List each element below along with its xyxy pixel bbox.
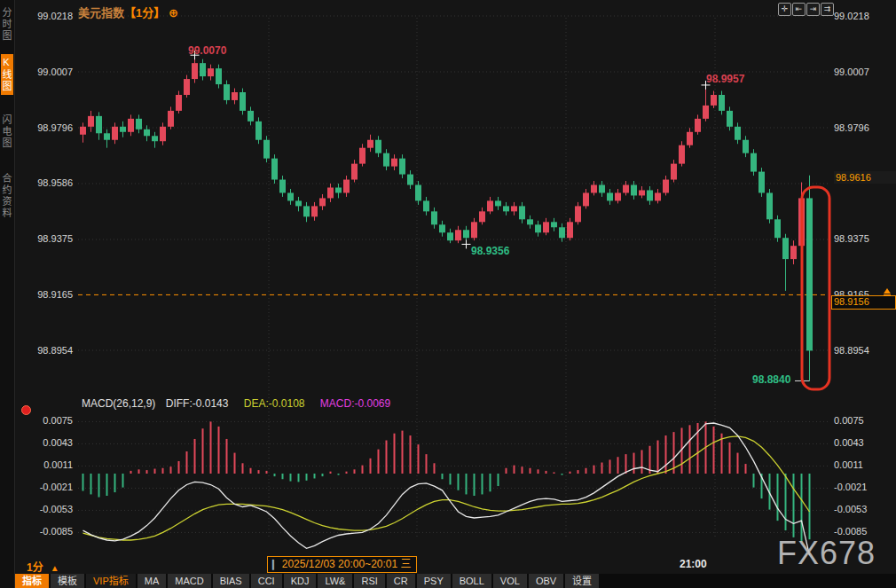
candle-body <box>112 127 118 140</box>
macd-axis-label: 0.0075 <box>834 415 892 426</box>
tab-cci[interactable]: CCI <box>251 574 282 588</box>
candle-body <box>240 92 246 111</box>
candle-body <box>176 95 182 111</box>
crosshair-icon[interactable]: ✛ <box>778 3 791 16</box>
macd-axis-label: 0.0043 <box>834 437 892 448</box>
alert-dot-icon <box>21 405 31 415</box>
candle-body <box>279 180 286 193</box>
candle-body <box>447 232 453 240</box>
candle-body <box>255 122 262 140</box>
y-axis-label: 99.0218 <box>834 11 892 21</box>
candle-body <box>232 92 238 100</box>
candle-body <box>679 145 685 164</box>
candle-body <box>655 192 661 200</box>
candle-body <box>551 222 557 227</box>
candle-body <box>774 219 781 238</box>
sidebar-item-kline-chart[interactable]: K线图 <box>1 54 13 95</box>
candle-body <box>607 192 613 200</box>
annotation-high: 99.0070 <box>188 44 226 57</box>
candle-body <box>80 127 86 135</box>
candle-body <box>216 68 222 84</box>
tab-obv[interactable]: OBV <box>529 574 563 588</box>
candle-body <box>703 106 709 119</box>
chart-canvas <box>0 0 896 588</box>
candle-body <box>766 192 773 219</box>
scale-y-icon[interactable]: ⇤ <box>792 3 806 16</box>
candle-body <box>439 224 445 232</box>
candle-body <box>128 119 134 132</box>
macd-axis-label: -0.0021 <box>834 482 892 492</box>
candle-body <box>671 164 677 180</box>
candle-body <box>144 129 150 136</box>
candle-body <box>727 111 733 127</box>
tab-vip-indicator[interactable]: VIP指标 <box>86 574 136 588</box>
candle-body <box>543 222 549 232</box>
macd-indicator-header: MACD(26,12,9) DIFF:-0.0143 DEA:-0.0108 M… <box>82 397 390 410</box>
candle-body <box>184 79 190 95</box>
sidebar-item-time-chart[interactable]: 分时图 <box>1 4 13 44</box>
candle-body <box>567 222 573 238</box>
candle-body <box>104 133 110 139</box>
candle-body <box>591 185 597 193</box>
pan-right-icon[interactable]: ⇉ <box>821 3 834 16</box>
candle-body <box>160 127 166 141</box>
sidebar-item-flash-chart[interactable]: 闪电图 <box>1 112 13 152</box>
candle-body <box>503 206 509 211</box>
candle-body <box>335 187 342 192</box>
candle-body <box>455 230 461 240</box>
diff-line <box>83 423 810 555</box>
tab-macd[interactable]: MACD <box>168 574 210 588</box>
candle-body <box>519 206 525 219</box>
candle-body <box>806 198 813 350</box>
candle-body <box>263 140 270 159</box>
macd-axis-label: -0.0085 <box>21 526 73 537</box>
macd-axis-label: 0.0011 <box>21 459 73 470</box>
tab-indicator[interactable]: 指标 <box>15 574 49 588</box>
tab-template[interactable]: 模板 <box>51 574 84 588</box>
tab-vol[interactable]: VOL <box>493 574 527 588</box>
trading-app-window: 分时图 K线图 闪电图 合约资料 美元指数【1分】 ⊕ ✛ ⇤ ⇥ ⇉ 99.0… <box>0 0 896 588</box>
candle-body <box>639 190 645 195</box>
instrument-name: 美元指数 <box>78 6 124 20</box>
candle-body <box>295 200 302 206</box>
macd-axis-label: -0.0053 <box>834 504 892 514</box>
candle-body <box>615 192 621 200</box>
tab-rsi[interactable]: RSI <box>354 574 384 588</box>
candle-body <box>431 211 437 224</box>
tab-ma[interactable]: MA <box>138 574 167 588</box>
candle-body <box>782 238 789 259</box>
candle-body <box>391 159 397 167</box>
candle-body <box>351 164 358 180</box>
candle-body <box>487 200 493 211</box>
candle-body <box>319 198 326 206</box>
candle-body <box>575 206 581 222</box>
y-axis-label: 98.9375 <box>21 233 73 244</box>
candle-body <box>327 187 334 198</box>
interval-selector[interactable]: 1分▲ <box>27 559 59 574</box>
chart-title: 美元指数【1分】 ⊕ <box>78 4 178 20</box>
macd-axis-label: -0.0021 <box>21 482 73 492</box>
candle-body <box>719 95 725 111</box>
highlight-box <box>802 187 829 389</box>
candle-body <box>200 63 206 76</box>
expand-icon[interactable]: ⊕ <box>169 6 178 20</box>
candle-body <box>359 148 365 164</box>
candle-body <box>559 227 565 238</box>
interval-badge: 【1分】 <box>124 6 165 20</box>
candle-body <box>583 192 589 206</box>
tab-settings[interactable]: 设置 <box>565 574 599 588</box>
macd-dea-value: DEA:-0.0108 <box>244 397 305 410</box>
tab-kdj[interactable]: KDJ <box>284 574 317 588</box>
tab-cr[interactable]: CR <box>387 574 415 588</box>
candle-body <box>192 63 198 79</box>
tab-lw[interactable]: LW& <box>318 574 352 588</box>
tab-boll[interactable]: BOLL <box>452 574 491 588</box>
sidebar-item-contract-info[interactable]: 合约资料 <box>1 170 13 222</box>
scale-x-icon[interactable]: ⇥ <box>806 3 820 16</box>
macd-axis-label: 0.0075 <box>21 415 73 426</box>
tab-bias[interactable]: BIAS <box>213 574 249 588</box>
candle-body <box>527 219 533 224</box>
tab-psy[interactable]: PSY <box>417 574 451 588</box>
candle-body <box>511 206 517 211</box>
candle-body <box>599 185 605 193</box>
